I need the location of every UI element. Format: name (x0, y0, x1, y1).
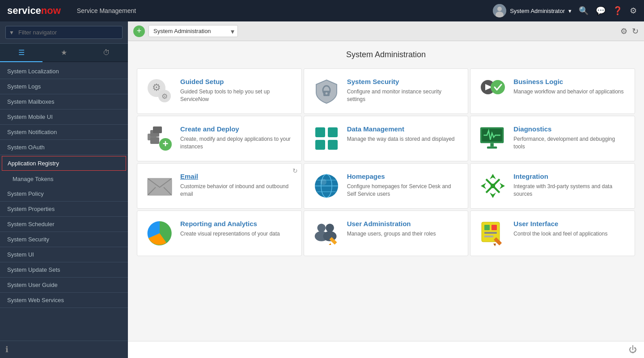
diagnostics-icon (479, 125, 506, 152)
diagnostics-desc: Performance, development and debugging t… (513, 135, 626, 151)
email-refresh-icon[interactable]: ↻ (292, 167, 298, 174)
system-security-icon (313, 78, 340, 105)
tab-favorites[interactable]: ★ (42, 44, 85, 61)
data-management-text: Data Management Manage the way data is s… (347, 125, 459, 143)
sidebar-item-policy[interactable]: System Policy (0, 186, 128, 202)
svg-point-9 (325, 93, 327, 95)
breadcrumb-select[interactable]: System Administration (148, 25, 238, 37)
email-desc: Customize behavior of inbound and outbou… (180, 183, 292, 198)
create-deploy-desc: Create, modify and deploy applications t… (180, 135, 292, 151)
sidebar-bottom: ℹ (0, 341, 128, 358)
integration-desc: Integrate with 3rd-party systems and dat… (513, 183, 626, 198)
card-guided-setup[interactable]: ⚙ ⚙ Guided Setup Guided Setup tools to h… (137, 68, 302, 114)
sidebar-item-oauth[interactable]: System OAuth (0, 140, 128, 155)
guided-setup-text: Guided Setup Guided Setup tools to help … (180, 78, 292, 103)
svg-point-44 (317, 223, 326, 232)
card-reporting[interactable]: Reporting and Analytics Create visual re… (137, 211, 302, 256)
sidebar-nav: System Localization System Logs System M… (0, 62, 128, 341)
svg-rect-54 (484, 236, 493, 237)
card-data-management[interactable]: Data Management Manage the way data is s… (304, 116, 469, 161)
user-dropdown-arrow: ▾ (568, 8, 572, 14)
svg-marker-36 (490, 174, 496, 179)
search-input[interactable] (5, 26, 123, 39)
system-security-title[interactable]: System Security (347, 78, 459, 85)
data-management-title[interactable]: Data Management (347, 125, 459, 133)
chat-icon[interactable]: 💬 (596, 6, 606, 16)
sidebar-subitem-manage-tokens[interactable]: Manage Tokens (0, 172, 128, 186)
svg-text:⚙: ⚙ (161, 93, 168, 100)
integration-title[interactable]: Integration (513, 173, 626, 180)
system-security-desc: Configure and monitor instance security … (347, 88, 459, 103)
svg-point-35 (320, 179, 326, 185)
svg-marker-38 (481, 183, 486, 189)
sidebar-item-update-sets[interactable]: System Update Sets (0, 262, 128, 278)
sidebar-item-localization[interactable]: System Localization (0, 64, 128, 79)
sidebar-item-notification[interactable]: System Notification (0, 125, 128, 140)
sidebar-item-security[interactable]: System Security (0, 232, 128, 247)
card-user-admin[interactable]: User Administration Manage users, groups… (304, 211, 469, 256)
business-logic-text: Business Logic Manage workflow and behav… (513, 78, 626, 96)
user-admin-desc: Manage users, groups and their roles (347, 230, 459, 238)
user-interface-title[interactable]: User Interface (513, 220, 626, 227)
homepages-title[interactable]: Homepages (347, 173, 459, 180)
top-navbar: servicenow Service Management System Adm… (0, 0, 644, 21)
email-title[interactable]: Email (180, 173, 292, 180)
timer-icon: ⏻ (629, 345, 637, 354)
card-homepages[interactable]: Homepages Configure homepages for Servic… (304, 163, 469, 209)
card-business-logic[interactable]: Business Logic Manage workflow and behav… (470, 68, 635, 114)
sidebar-item-app-registry[interactable]: Application Registry (2, 156, 126, 171)
tab-nav[interactable]: ☰ (0, 44, 42, 62)
user-menu[interactable]: System Administrator ▾ (493, 4, 572, 17)
reporting-text: Reporting and Analytics Create visual re… (180, 220, 292, 238)
svg-marker-56 (493, 244, 496, 246)
svg-point-1 (497, 7, 502, 11)
business-logic-icon (479, 78, 506, 105)
search-icon[interactable]: 🔍 (579, 6, 589, 16)
card-create-deploy[interactable]: + Create and Deploy Create, modify and d… (137, 116, 302, 161)
navbar-title: Service Management (77, 7, 136, 14)
page-title: System Administration (137, 50, 635, 59)
svg-point-46 (326, 223, 334, 232)
logo-service: service (7, 5, 41, 17)
card-system-security[interactable]: System Security Configure and monitor in… (304, 68, 469, 114)
svg-rect-15 (153, 126, 162, 133)
card-user-interface[interactable]: User Interface Control the look and feel… (470, 211, 635, 256)
breadcrumb-select-wrapper: System Administration ▾ (148, 25, 238, 37)
sidebar-tabs: ☰ ★ ⏱ (0, 44, 128, 62)
sidebar-item-user-guide[interactable]: System User Guide (0, 278, 128, 293)
svg-rect-19 (315, 127, 325, 137)
user-admin-title[interactable]: User Administration (347, 220, 459, 227)
create-deploy-title[interactable]: Create and Deploy (180, 125, 292, 133)
toolbar-settings-icon[interactable]: ⚙ (620, 26, 627, 36)
sidebar-item-logs[interactable]: System Logs (0, 79, 128, 94)
diagnostics-text: Diagnostics Performance, development and… (513, 125, 626, 151)
sidebar-item-properties[interactable]: System Properties (0, 202, 128, 217)
user-admin-icon (313, 220, 340, 247)
diagnostics-title[interactable]: Diagnostics (513, 125, 626, 133)
toolbar-refresh-icon[interactable]: ↻ (632, 26, 639, 36)
sidebar-item-mobile[interactable]: System Mobile UI (0, 110, 128, 125)
sidebar-search-area: ▼ (0, 21, 128, 44)
sidebar-item-web-services[interactable]: System Web Services (0, 293, 128, 308)
settings-icon[interactable]: ⚙ (630, 6, 637, 16)
help-icon[interactable]: ❓ (613, 6, 623, 16)
business-logic-title[interactable]: Business Logic (513, 78, 626, 85)
svg-rect-20 (328, 127, 338, 137)
sidebar-item-scheduler[interactable]: System Scheduler (0, 217, 128, 232)
sidebar-item-mailboxes[interactable]: System Mailboxes (0, 94, 128, 110)
card-diagnostics[interactable]: Diagnostics Performance, development and… (470, 116, 635, 161)
guided-setup-title[interactable]: Guided Setup (180, 78, 292, 85)
user-interface-icon (479, 220, 506, 247)
tab-history[interactable]: ⏱ (85, 44, 128, 61)
guided-setup-desc: Guided Setup tools to help you set up Se… (180, 88, 292, 103)
card-integration[interactable]: Integration Integrate with 3rd-party sys… (470, 163, 635, 209)
logo-now: now (41, 5, 61, 17)
reporting-title[interactable]: Reporting and Analytics (180, 220, 292, 227)
svg-text:+: + (163, 138, 169, 149)
system-security-text: System Security Configure and monitor in… (347, 78, 459, 103)
content-main: System Administration ⚙ ⚙ Guided Setup (128, 41, 644, 341)
sidebar-item-ui[interactable]: System UI (0, 247, 128, 262)
user-interface-desc: Control the look and feel of application… (513, 230, 626, 238)
add-tab-button[interactable]: + (133, 25, 145, 37)
card-email[interactable]: ↻ Email Customize behavior of inbound an… (137, 163, 302, 209)
